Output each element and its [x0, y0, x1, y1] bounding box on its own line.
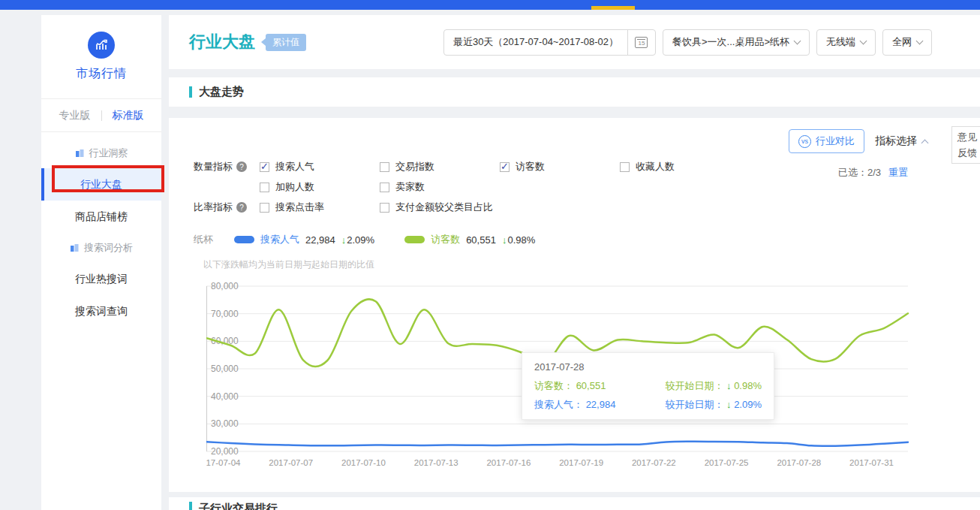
- legend-category: 纸杯: [194, 233, 213, 246]
- chart-note: 以下涨跌幅均为当前日期与起始日期的比值: [203, 258, 980, 271]
- svg-text:50,000: 50,000: [211, 364, 239, 374]
- tab-standard[interactable]: 标准版: [113, 109, 144, 122]
- search-popularity-legend-pill[interactable]: [234, 236, 254, 243]
- svg-text:2017-07-13: 2017-07-13: [414, 458, 458, 467]
- checkbox-label: 交易指数: [395, 160, 434, 174]
- category-dropdown[interactable]: 餐饮具>一次...桌用品>纸杯: [663, 29, 810, 56]
- version-tabs: 专业版 标准版: [41, 99, 161, 132]
- svg-text:2017-07-22: 2017-07-22: [632, 458, 676, 467]
- selected-count: 已选：2/3: [838, 166, 881, 180]
- legend-series-value: 60,551: [466, 234, 496, 246]
- tooltip-value: 22,984: [586, 399, 616, 410]
- checkbox-transaction-index[interactable]: 交易指数: [380, 160, 500, 174]
- checkbox-search-ctr[interactable]: 搜索点击率: [260, 201, 380, 214]
- svg-text:70,000: 70,000: [211, 309, 239, 319]
- checkbox-cart-add-count[interactable]: 加购人数: [260, 180, 380, 194]
- terminal-value: 无线端: [826, 35, 855, 49]
- market-intelligence-page: 市场行情 专业版 标准版 行业洞察 行业大盘 商品店铺榜: [0, 0, 980, 510]
- buildings-icon: [75, 149, 85, 158]
- metric-select-label: 指标选择: [875, 134, 917, 148]
- sidebar-item-industry-dashboard[interactable]: 行业大盘: [41, 168, 161, 201]
- tab-professional[interactable]: 专业版: [59, 109, 91, 122]
- down-arrow-icon: [726, 380, 732, 391]
- checkbox-label: 加购人数: [275, 180, 314, 194]
- checkbox-box: [260, 203, 269, 213]
- category-value: 餐饮具>一次...桌用品>纸杯: [672, 35, 789, 49]
- sidebar-item-search-term-query[interactable]: 搜索词查询: [41, 295, 161, 327]
- help-icon[interactable]: ?: [236, 202, 247, 213]
- legend-series-name: 搜索人气: [260, 233, 299, 246]
- sidebar-item-industry-hot-search[interactable]: 行业热搜词: [41, 263, 161, 295]
- sidebar-item-label: 商品店铺榜: [75, 210, 128, 224]
- calendar-icon: 15: [635, 37, 648, 48]
- svg-text:30,000: 30,000: [211, 418, 239, 429]
- section-header: 大盘走势: [169, 77, 980, 107]
- calendar-cell[interactable]: 15: [628, 37, 655, 48]
- help-icon[interactable]: ?: [236, 161, 247, 172]
- tab-divider: [101, 110, 102, 121]
- menu-group-search-term-analysis: 搜索词分析: [41, 233, 161, 263]
- next-section-header-partial: 子行业交易排行: [169, 497, 980, 510]
- tooltip-value: 60,551: [576, 380, 606, 391]
- checkbox-label: 搜索人气: [275, 160, 314, 174]
- tooltip-change: 0.98%: [734, 380, 762, 391]
- sidebar-item-product-shop-ranking[interactable]: 商品店铺榜: [41, 201, 161, 233]
- checkbox-box: [380, 203, 389, 213]
- reset-link[interactable]: 重置: [888, 166, 908, 180]
- row-label-text: 数量指标: [194, 160, 233, 174]
- tooltip-ref-label: 较开始日期：: [665, 380, 723, 391]
- legend-series-change: 2.09%: [347, 234, 374, 246]
- checkbox-seller-count[interactable]: 卖家数: [380, 180, 500, 194]
- scope-dropdown[interactable]: 全网: [882, 29, 932, 56]
- checkbox-box: [620, 162, 630, 172]
- terminal-dropdown[interactable]: 无线端: [816, 29, 876, 56]
- metric-select-toggle[interactable]: 指标选择: [875, 134, 927, 148]
- section-title: 大盘走势: [199, 85, 244, 99]
- svg-text:2017-07-19: 2017-07-19: [559, 458, 603, 467]
- vs-icon: vs: [798, 135, 811, 148]
- date-range-picker[interactable]: 最近30天（2017-07-04~2017-08-02） 15: [443, 29, 656, 56]
- menu-group-label: 搜索词分析: [84, 241, 133, 255]
- chevron-up-icon: [921, 140, 929, 147]
- checkbox-visitor-count[interactable]: 访客数: [500, 160, 620, 174]
- checkbox-box: [260, 183, 269, 192]
- down-arrow-icon: [341, 234, 347, 246]
- trend-chart-logo-icon: [88, 32, 115, 59]
- section-marker: [189, 502, 192, 510]
- sidebar-item-label: 行业热搜词: [75, 273, 128, 286]
- checkbox-box: [260, 162, 269, 172]
- checkbox-payment-vs-parent-category[interactable]: 支付金额较父类目占比: [380, 201, 620, 214]
- industry-compare-button[interactable]: vs 行业对比: [789, 129, 864, 153]
- down-arrow-icon: [502, 234, 507, 246]
- active-tab-indicator: [591, 6, 635, 10]
- app-title: 市场行情: [41, 66, 161, 99]
- trend-chart[interactable]: 20,00030,00040,00050,00060,00070,00080,0…: [206, 279, 912, 471]
- checkbox-box: [500, 162, 510, 172]
- checkbox-box: [380, 162, 389, 172]
- feedback-tab[interactable]: 意见 反馈: [951, 126, 980, 164]
- checkbox-label: 卖家数: [395, 180, 425, 194]
- sidebar-menu: 行业洞察 行业大盘 商品店铺榜 搜索词分析 行业热搜词 搜索词查询: [41, 132, 161, 327]
- checkbox-box: [380, 183, 389, 192]
- checkbox-label: 搜索点击率: [275, 201, 324, 214]
- compare-button-label: 行业对比: [816, 134, 855, 148]
- svg-text:2017-07-07: 2017-07-07: [269, 458, 313, 467]
- legend-series-name: 访客数: [431, 233, 460, 246]
- main-content: 行业大盘 累计值 最近30天（2017-07-04~2017-08-02） 15…: [169, 10, 980, 510]
- svg-text:2017-07-16: 2017-07-16: [486, 458, 531, 467]
- page-title: 行业大盘: [189, 31, 255, 53]
- svg-text:2017-07-10: 2017-07-10: [341, 458, 386, 467]
- checkbox-label: 访客数: [516, 160, 545, 174]
- visitor-count-legend-pill[interactable]: [404, 236, 425, 243]
- checkbox-search-popularity[interactable]: 搜索人气: [260, 160, 380, 174]
- svg-text:2017-07-25: 2017-07-25: [705, 458, 749, 467]
- tooltip-label: 访客数：: [534, 380, 573, 391]
- menu-group-industry-insight: 行业洞察: [41, 138, 161, 168]
- next-section-title: 子行业交易排行: [199, 502, 278, 510]
- buildings-icon: [70, 243, 80, 252]
- app-logo: [41, 15, 161, 59]
- checkbox-favorite-count[interactable]: 收藏人数: [620, 160, 740, 174]
- svg-text:80,000: 80,000: [211, 281, 239, 291]
- tooltip-row-visitors: 访客数： 60,551 较开始日期： 0.98%: [534, 379, 762, 393]
- page-header: 行业大盘 累计值 最近30天（2017-07-04~2017-08-02） 15…: [169, 15, 980, 69]
